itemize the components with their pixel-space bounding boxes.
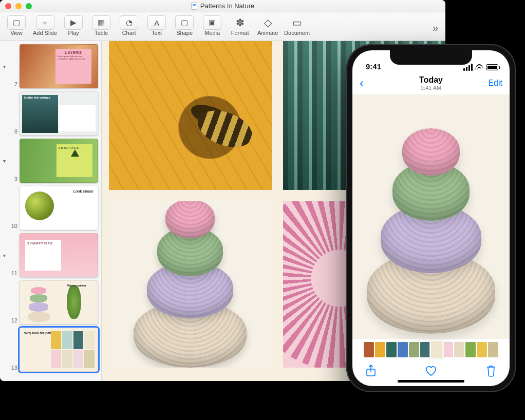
slide-number: 9 bbox=[8, 176, 17, 182]
document-icon: ▭ bbox=[288, 15, 306, 30]
toolbar-label: Document bbox=[284, 30, 310, 36]
slide-thumb-10[interactable]: 10 Look closer bbox=[0, 186, 98, 230]
slide-thumb-7[interactable]: ▾ 7 LAYERS Lorem ipsum dolor sit amet co… bbox=[0, 44, 98, 88]
toolbar-label: Text bbox=[152, 30, 162, 36]
media-icon: ▣ bbox=[203, 15, 221, 30]
slide-title: Look closer bbox=[73, 189, 93, 193]
battery-icon bbox=[486, 64, 498, 70]
slide-number: 13 bbox=[8, 365, 17, 371]
cellular-icon bbox=[463, 64, 473, 71]
disclosure-triangle-icon[interactable]: ▾ bbox=[0, 64, 8, 69]
toolbar-label: Play bbox=[68, 30, 79, 36]
toolbar-table-button[interactable]: ▦ Table bbox=[90, 15, 113, 36]
slide-number: 7 bbox=[8, 81, 17, 87]
toolbar-media-button[interactable]: ▣ Media bbox=[201, 15, 223, 36]
notch bbox=[390, 50, 472, 65]
toolbar-label: Table bbox=[95, 30, 108, 36]
document-proxy-icon[interactable] bbox=[191, 3, 197, 10]
scrubber-thumb[interactable] bbox=[454, 342, 464, 357]
scrubber-thumb[interactable] bbox=[386, 342, 397, 357]
toolbar-document-button[interactable]: ▭ Document bbox=[284, 15, 310, 36]
toolbar-shape-button[interactable]: ▢ Shape bbox=[173, 15, 196, 36]
disclosure-triangle-icon[interactable]: ▾ bbox=[0, 158, 8, 164]
slide-thumbnail[interactable]: SYMMETRIES bbox=[20, 233, 98, 277]
scrubber-thumb[interactable] bbox=[364, 342, 374, 357]
shape-icon: ▢ bbox=[175, 15, 194, 30]
status-time: 9:41 bbox=[366, 62, 381, 71]
toolbar-play-button[interactable]: ▶ Play bbox=[62, 15, 85, 36]
scrubber-thumb[interactable] bbox=[488, 342, 498, 357]
toolbar-format-button[interactable]: ✽ Format bbox=[229, 15, 251, 36]
toolbar-label: Media bbox=[204, 30, 220, 36]
toolbar-label: Add Slide bbox=[33, 30, 57, 36]
add-slide-icon: ＋ bbox=[36, 15, 54, 30]
scrubber-thumb[interactable] bbox=[398, 342, 408, 357]
window-title: Patterns In Nature bbox=[0, 2, 445, 10]
toolbar-label: Animate bbox=[257, 30, 278, 36]
scrubber-thumb[interactable] bbox=[375, 342, 385, 357]
home-indicator[interactable] bbox=[398, 380, 464, 383]
heart-icon[interactable] bbox=[424, 365, 438, 380]
window-title-text: Patterns In Nature bbox=[200, 2, 255, 10]
slide-number: 11 bbox=[8, 270, 17, 276]
chart-icon: ◔ bbox=[120, 15, 138, 30]
scrubber-thumb[interactable] bbox=[420, 342, 430, 357]
toolbar-label: Shape bbox=[176, 30, 193, 36]
view-icon: ▢ bbox=[7, 15, 26, 30]
slide-title: SYMMETRIES bbox=[27, 242, 59, 245]
toolbar-label: Format bbox=[231, 30, 249, 36]
slide-thumbnail[interactable]: FRACTALS bbox=[20, 139, 98, 183]
slide-title: LAYERS bbox=[65, 51, 82, 54]
photos-navbar: ‹ Today 9:41 AM Edit bbox=[352, 72, 510, 94]
slide-thumb-12[interactable]: 12 Mirror, mirror bbox=[0, 280, 98, 324]
toolbar-add-slide-button[interactable]: ＋ Add Slide bbox=[33, 15, 57, 36]
slide-navigator[interactable]: ▾ 7 LAYERS Lorem ipsum dolor sit amet co… bbox=[0, 41, 102, 381]
toolbar-label: Chart bbox=[122, 30, 136, 36]
slide-title: Mirror, mirror bbox=[67, 284, 95, 287]
slide-thumbnail[interactable]: Under the surface bbox=[20, 91, 98, 136]
toolbar-view-button[interactable]: ▢ View bbox=[5, 15, 28, 36]
slide-thumb-13[interactable]: 13 Why look for patterns? bbox=[0, 328, 98, 372]
slide-title: Under the surface bbox=[24, 96, 50, 99]
slide-thumbnail[interactable]: LAYERS Lorem ipsum dolor sit amet consec… bbox=[20, 44, 98, 88]
trash-icon[interactable] bbox=[486, 365, 496, 380]
toolbar-label: View bbox=[10, 30, 23, 36]
iphone-device: 9:41 ‹ Today 9:41 AM Edit bbox=[346, 44, 516, 392]
navbar-title-text: Today bbox=[352, 75, 510, 85]
share-icon[interactable] bbox=[366, 365, 376, 380]
slide-thumb-8[interactable]: 8 Under the surface bbox=[0, 91, 98, 136]
toolbar-overflow-button[interactable]: » bbox=[433, 22, 438, 34]
disclosure-triangle-icon[interactable]: ▾ bbox=[0, 253, 8, 258]
text-icon: A bbox=[147, 15, 166, 30]
scrubber-thumb[interactable] bbox=[465, 342, 476, 357]
slide-number: 8 bbox=[8, 128, 17, 135]
scrubber-thumb[interactable] bbox=[409, 342, 419, 357]
slide-thumbnail[interactable]: Why look for patterns? bbox=[20, 328, 98, 372]
scrubber-thumb[interactable] bbox=[443, 342, 453, 357]
photo-scrubber[interactable] bbox=[352, 339, 510, 360]
slide-number: 10 bbox=[8, 223, 17, 229]
scrubber-thumb[interactable] bbox=[477, 342, 487, 357]
toolbar-text-button[interactable]: A Text bbox=[145, 15, 168, 36]
slide-image-honeycomb[interactable] bbox=[109, 41, 272, 190]
slide-number: 12 bbox=[8, 317, 17, 323]
slide-thumb-9[interactable]: ▾ 9 FRACTALS bbox=[0, 139, 98, 183]
table-icon: ▦ bbox=[92, 15, 110, 30]
play-icon: ▶ bbox=[64, 15, 83, 30]
toolbar-chart-button[interactable]: ◔ Chart bbox=[118, 15, 140, 36]
slide-thumbnail[interactable]: Mirror, mirror bbox=[20, 280, 98, 324]
slide-thumb-11[interactable]: ▾ 11 SYMMETRIES bbox=[0, 233, 98, 277]
wifi-icon bbox=[475, 64, 483, 70]
format-icon: ✽ bbox=[231, 15, 249, 30]
photo-viewer[interactable] bbox=[352, 94, 510, 339]
slide-thumbnail[interactable]: Look closer bbox=[20, 186, 98, 230]
iphone-screen: 9:41 ‹ Today 9:41 AM Edit bbox=[352, 50, 510, 386]
slide-image-urchin-stack[interactable] bbox=[109, 201, 272, 368]
scrubber-thumb[interactable] bbox=[431, 341, 443, 359]
navbar-title: Today 9:41 AM bbox=[352, 75, 510, 91]
navbar-subtitle-text: 9:41 AM bbox=[352, 85, 510, 91]
toolbar-animate-button[interactable]: ◇ Animate bbox=[256, 15, 279, 36]
animate-icon: ◇ bbox=[258, 15, 277, 30]
window-titlebar: Patterns In Nature bbox=[0, 0, 445, 12]
toolbar: ▢ View ＋ Add Slide ▶ Play ▦ Table ◔ Char… bbox=[0, 12, 445, 41]
